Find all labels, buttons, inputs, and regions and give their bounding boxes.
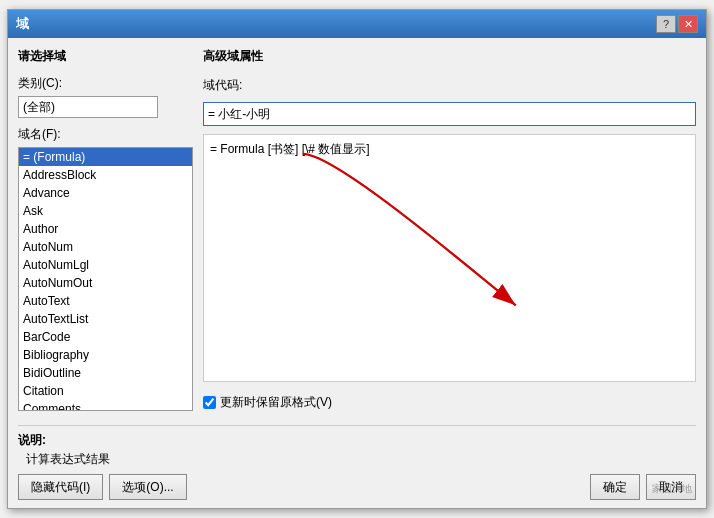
category-label: 类别(C): xyxy=(18,75,193,92)
list-item[interactable]: AutoNumLgl xyxy=(19,256,192,274)
list-item[interactable]: Advance xyxy=(19,184,192,202)
list-item[interactable]: Citation xyxy=(19,382,192,400)
preserve-format-label: 更新时保留原格式(V) xyxy=(220,394,332,411)
arrow-overlay xyxy=(204,135,695,381)
left-panel: 请选择域 类别(C): (全部) 域名(F): = (Formula)Addre… xyxy=(18,48,193,411)
title-bar-buttons: ? ✕ xyxy=(656,15,698,33)
left-panel-title: 请选择域 xyxy=(18,48,193,65)
preserve-format-row: 更新时保留原格式(V) xyxy=(203,394,696,411)
list-item[interactable]: Comments xyxy=(19,400,192,410)
description-area: 说明: 计算表达式结果 xyxy=(8,421,706,468)
list-item[interactable]: BarCode xyxy=(19,328,192,346)
right-panel: 高级域属性 域代码: = Formula [书签] [\# 数值显示] 更新时保 xyxy=(203,48,696,411)
hide-code-button[interactable]: 隐藏代码(I) xyxy=(18,474,103,500)
close-button[interactable]: ✕ xyxy=(678,15,698,33)
description-box: 说明: 计算表达式结果 xyxy=(18,425,696,468)
bottom-row: 隐藏代码(I) 选项(O)... 确定 取消 家园天地 xyxy=(8,468,706,508)
title-bar: 域 ? ✕ xyxy=(8,10,706,38)
field-code-label: 域代码: xyxy=(203,77,696,94)
list-item[interactable]: Author xyxy=(19,220,192,238)
preserve-format-checkbox[interactable] xyxy=(203,396,216,409)
bottom-buttons-right: 确定 取消 家园天地 xyxy=(590,474,696,500)
help-button[interactable]: ? xyxy=(656,15,676,33)
list-item[interactable]: Ask xyxy=(19,202,192,220)
fields-label: 域名(F): xyxy=(18,126,193,143)
field-list-container: = (Formula)AddressBlockAdvanceAskAuthorA… xyxy=(18,147,193,411)
field-list[interactable]: = (Formula)AddressBlockAdvanceAskAuthorA… xyxy=(19,148,192,410)
field-code-input[interactable] xyxy=(203,102,696,126)
dialog-window: 域 ? ✕ 请选择域 类别(C): (全部) 域名(F): = (Formula… xyxy=(7,9,707,509)
list-item[interactable]: AutoText xyxy=(19,292,192,310)
category-select[interactable]: (全部) xyxy=(18,96,158,118)
dialog-body: 请选择域 类别(C): (全部) 域名(F): = (Formula)Addre… xyxy=(8,38,706,421)
formula-area: = Formula [书签] [\# 数值显示] xyxy=(203,134,696,382)
cancel-button[interactable]: 取消 xyxy=(646,474,696,500)
dialog-title: 域 xyxy=(16,15,29,33)
options-button[interactable]: 选项(O)... xyxy=(109,474,186,500)
bottom-buttons-left: 隐藏代码(I) 选项(O)... xyxy=(18,474,187,500)
list-item[interactable]: BidiOutline xyxy=(19,364,192,382)
right-panel-title: 高级域属性 xyxy=(203,48,696,65)
description-title: 说明: xyxy=(18,432,696,449)
description-text: 计算表达式结果 xyxy=(26,451,696,468)
formula-text: = Formula [书签] [\# 数值显示] xyxy=(210,142,370,156)
list-item[interactable]: AutoTextList xyxy=(19,310,192,328)
list-item[interactable]: AddressBlock xyxy=(19,166,192,184)
category-select-wrapper: (全部) xyxy=(18,96,193,118)
list-item[interactable]: Bibliography xyxy=(19,346,192,364)
list-item[interactable]: AutoNum xyxy=(19,238,192,256)
confirm-button[interactable]: 确定 xyxy=(590,474,640,500)
list-item[interactable]: = (Formula) xyxy=(19,148,192,166)
list-item[interactable]: AutoNumOut xyxy=(19,274,192,292)
